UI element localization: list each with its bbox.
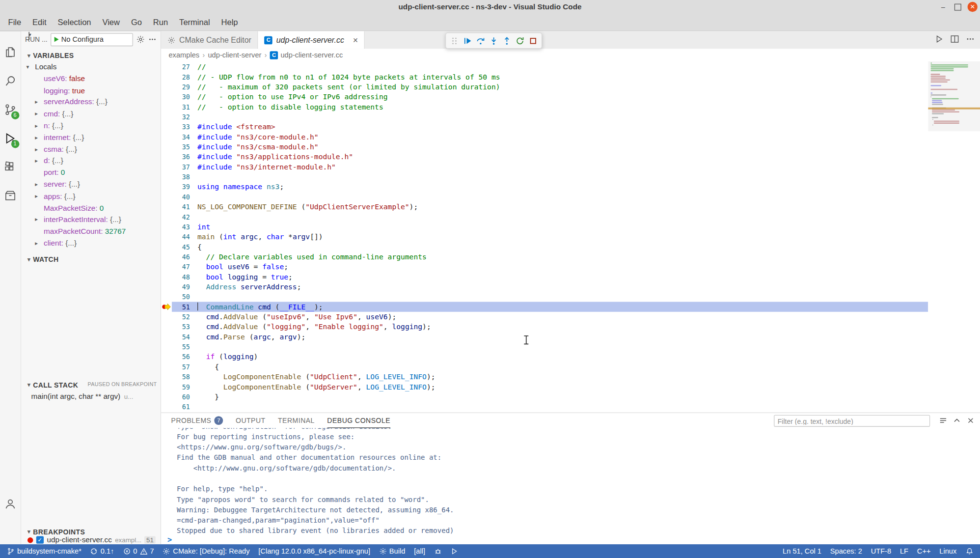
code-line[interactable]: 34#include "ns3/core-module.h" (161, 132, 928, 141)
code-line[interactable]: 50 (161, 292, 928, 302)
code-line[interactable]: 36#include "ns3/applications-module.h" (161, 152, 928, 162)
code-line[interactable]: 45{ (161, 242, 928, 251)
debug-console-output[interactable]: Type "show configuration" for configurat… (161, 428, 980, 536)
variable-cmd[interactable]: ▸cmd: {...} (21, 108, 161, 120)
code-line[interactable]: 38 (161, 172, 928, 182)
code-line[interactable]: 35#include "ns3/csma-module.h" (161, 142, 928, 152)
code-line[interactable]: 58 LogComponentEnable ("UdpClient", LOG_… (161, 372, 928, 382)
variable-internet[interactable]: ▸internet: {...} (21, 132, 161, 143)
code-line[interactable]: 44main (int argc, char *argv[]) (161, 232, 928, 242)
variable-n[interactable]: ▸n: {...} (21, 120, 161, 132)
status-cmake-launch[interactable] (446, 544, 463, 558)
stop-button[interactable] (526, 34, 540, 47)
code-line[interactable]: 54 cmd.Parse (argc, argv); (161, 332, 928, 342)
output-actions-icon[interactable] (939, 416, 948, 427)
activity-cmake-icon[interactable] (0, 181, 21, 210)
code-line[interactable]: 48 bool logging = true; (161, 272, 928, 281)
variable-maxPacketCount[interactable]: maxPacketCount: 32767 (21, 225, 161, 237)
status-git-branch[interactable]: buildsystem-cmake* (2, 544, 86, 558)
variable-client[interactable]: ▸client: {...} (21, 237, 161, 249)
menu-selection[interactable]: Selection (52, 14, 97, 30)
continue-button[interactable] (461, 34, 474, 47)
code-line[interactable]: 43int (161, 222, 928, 232)
panel-tab-output[interactable]: OUTPUT (236, 413, 266, 428)
run-file-icon[interactable] (934, 34, 944, 46)
status-cmake-target[interactable]: [all] (409, 544, 430, 558)
variables-section-header[interactable]: ▾ VARIABLES (21, 50, 161, 61)
activity-source-control-icon[interactable]: 6 (0, 95, 21, 124)
code-line[interactable]: 49 Address serverAddress; (161, 282, 928, 292)
split-editor-icon[interactable] (950, 34, 959, 46)
status-problems[interactable]: 07 (118, 544, 158, 558)
tab-udp-client-server-cc[interactable]: Cudp-client-server.cc× (258, 31, 365, 49)
maximize-panel-icon[interactable] (953, 416, 961, 427)
activity-extensions-icon[interactable] (0, 152, 21, 181)
step-out-button[interactable] (500, 34, 514, 47)
variable-server[interactable]: ▸server: {...} (21, 179, 161, 191)
variable-logging[interactable]: logging: true (21, 84, 161, 96)
code-line[interactable]: 56 if (logging) (161, 352, 928, 362)
code-line[interactable]: 31// - option to disable logging stateme… (161, 102, 928, 112)
code-line[interactable]: 55 (161, 342, 928, 352)
variable-useV6[interactable]: useV6: false (21, 73, 161, 85)
variable-apps[interactable]: ▸apps: {...} (21, 191, 161, 202)
code-line[interactable]: 53 cmd.AddValue ("logging", "Enable logg… (161, 322, 928, 332)
code-line[interactable]: 47 bool useV6 = false; (161, 262, 928, 272)
menu-terminal[interactable]: Terminal (174, 14, 216, 30)
breadcrumb-item[interactable]: Cudp-client-server.cc (270, 51, 343, 59)
code-line[interactable]: 29// - maximum of 320 packets sent (or l… (161, 82, 928, 92)
status-cursor-position[interactable]: Ln 51, Col 1 (778, 544, 826, 558)
menu-help[interactable]: Help (216, 14, 244, 30)
code-line[interactable]: 42 (161, 212, 928, 222)
status-cmake-debug[interactable] (430, 544, 446, 558)
close-tab-icon[interactable]: × (353, 35, 358, 45)
step-into-button[interactable] (487, 34, 500, 47)
minimize-icon[interactable]: – (938, 2, 948, 12)
tab-cmake-cache-editor[interactable]: CMake Cache Editor (161, 31, 258, 49)
breakpoint-item[interactable]: ✓ udp-client-server.cc exampl... 51 (21, 535, 161, 544)
code-line[interactable]: 52 cmd.AddValue ("useIpv6", "Use Ipv6", … (161, 312, 928, 322)
gear-icon[interactable] (136, 35, 145, 44)
code-line[interactable]: 40 (161, 192, 928, 202)
variable-csma[interactable]: ▸csma: {...} (21, 143, 161, 155)
more-actions-icon[interactable] (148, 35, 157, 44)
status-encoding[interactable]: UTF-8 (867, 544, 896, 558)
code-line[interactable]: 46 // Declare variables used in command-… (161, 252, 928, 262)
restore-icon[interactable] (954, 3, 961, 10)
code-line[interactable]: 59 LogComponentEnable ("UdpServer", LOG_… (161, 382, 928, 391)
code-line[interactable]: 32 (161, 112, 928, 122)
code-line[interactable]: 28// - UDP flow from n0 to n1 of 1024 by… (161, 72, 928, 82)
close-panel-icon[interactable] (966, 416, 975, 427)
variable-serverAddress[interactable]: ▸serverAddress: {...} (21, 96, 161, 108)
activity-search-icon[interactable] (0, 66, 21, 95)
status-cmake-kit[interactable]: [Clang 12.0.0 x86_64-pc-linux-gnu] (254, 544, 375, 558)
more-actions-icon[interactable] (966, 34, 975, 46)
code-line[interactable]: 60 } (161, 392, 928, 402)
menu-file[interactable]: File (2, 14, 27, 30)
status-cmake-build[interactable]: Build (375, 544, 409, 558)
console-filter-input[interactable] (774, 415, 930, 427)
breadcrumb-item[interactable]: examples (168, 51, 199, 58)
close-icon[interactable]: ✕ (968, 2, 978, 12)
debug-configuration-dropdown[interactable]: No Configura ▾ (51, 33, 133, 46)
status-language-mode[interactable]: C++ (913, 544, 935, 558)
variable-MaxPacketSize[interactable]: MaxPacketSize: 0 (21, 202, 161, 214)
code-line[interactable]: 33#include <fstream> (161, 122, 928, 132)
restart-button[interactable] (514, 34, 527, 47)
code-line[interactable]: 27// (161, 62, 928, 72)
scope-locals[interactable]: ▾ Locals (21, 61, 161, 73)
variable-port[interactable]: port: 0 (21, 167, 161, 179)
activity-explorer-icon[interactable] (0, 37, 21, 66)
code-line[interactable]: 30// - option to use IPv4 or IPv6 addres… (161, 92, 928, 102)
status-cmake-status[interactable]: CMake: [Debug]: Ready (158, 544, 254, 558)
watch-section-header[interactable]: ▾ WATCH (21, 253, 161, 265)
panel-tab-debug-console[interactable]: DEBUG CONSOLE (327, 413, 390, 428)
breakpoint-checkbox[interactable]: ✓ (36, 536, 44, 544)
debug-console-input[interactable]: > (161, 535, 980, 544)
status-git-sync[interactable]: 0.1↑ (86, 544, 118, 558)
activity-run-and-debug-icon[interactable]: 1 (0, 124, 21, 153)
menu-edit[interactable]: Edit (27, 14, 52, 30)
status-notifications[interactable] (961, 544, 978, 558)
code-line[interactable]: 57 { (161, 362, 928, 372)
panel-tab-terminal[interactable]: TERMINAL (278, 413, 315, 428)
